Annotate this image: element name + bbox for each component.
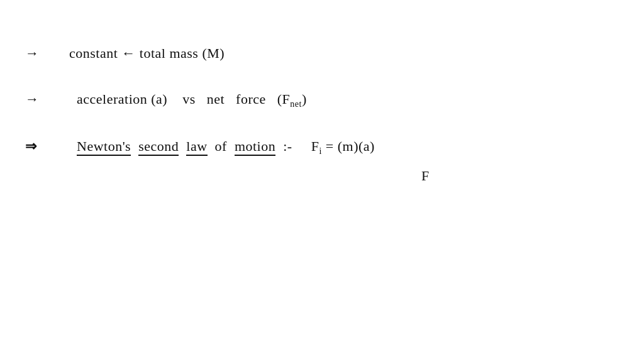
motion-underline: motion [235,138,275,156]
line-4: F [421,167,619,186]
line-3-text: Newton's second law of motion :- Fi = (m… [69,137,375,158]
law-underline: law [186,138,207,156]
content-area: → constant ← total mass (M) → accelerati… [25,44,619,186]
line-2-text: acceleration (a) vs net force (Fnet) [69,90,307,111]
line-3: ⇒ Newton's second law of motion :- Fi = … [25,137,619,158]
bullet-2: → [25,90,69,109]
line-2: → acceleration (a) vs net force (Fnet) [25,90,619,111]
line-1-text: constant ← total mass (M) [69,44,225,63]
total-mass-underlined: total mass [140,45,199,61]
bullet-3: ⇒ [25,137,69,156]
second-underline: second [138,138,179,156]
page: → constant ← total mass (M) → accelerati… [0,0,644,362]
newtons-underline: Newton's [77,138,131,156]
bullet-1: → [25,44,69,63]
f-standalone: F [421,167,430,186]
line-1: → constant ← total mass (M) [25,44,619,63]
